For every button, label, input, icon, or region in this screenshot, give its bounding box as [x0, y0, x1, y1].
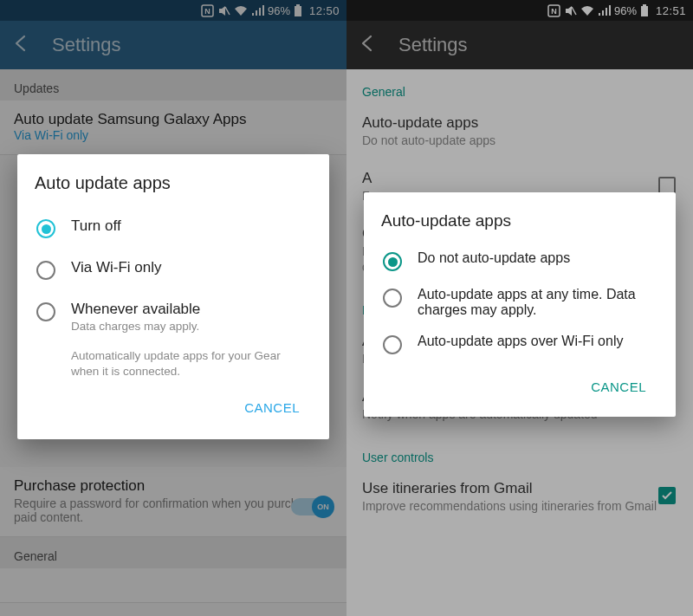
radio-label: Do not auto-update apps [418, 250, 570, 266]
radio-option-do-not-auto-update[interactable]: Do not auto-update apps [381, 243, 658, 279]
radio-sublabel: Data charges may apply. [71, 320, 200, 333]
radio-option-whenever-available[interactable]: Whenever available Data charges may appl… [35, 290, 312, 343]
dialog-actions: CANCEL [381, 362, 658, 410]
radio-icon [383, 335, 402, 354]
radio-label: Auto-update apps over Wi-Fi only [418, 334, 623, 349]
radio-label: Whenever available [71, 301, 200, 318]
dialog-hint: Automatically update apps for your Gear … [35, 343, 312, 383]
dialog-auto-update-apps: Auto update apps Turn off Via Wi-Fi only… [17, 154, 329, 439]
radio-option-any-time[interactable]: Auto-update apps at any time. Data charg… [381, 279, 658, 326]
radio-option-wifi-only[interactable]: Auto-update apps over Wi-Fi only [381, 326, 658, 362]
radio-icon [383, 289, 402, 308]
cancel-button[interactable]: CANCEL [584, 371, 653, 403]
dialog-title: Auto-update apps [381, 211, 658, 230]
dialog-actions: CANCEL [35, 383, 312, 431]
phone-left-screenshot: N 96% 12:50 Settings Updates Auto update… [0, 0, 346, 616]
cancel-button[interactable]: CANCEL [237, 392, 307, 424]
dialog-auto-update-apps: Auto-update apps Do not auto-update apps… [364, 192, 676, 417]
dialog-title: Auto update apps [35, 173, 312, 193]
radio-icon [36, 219, 55, 238]
radio-option-turn-off[interactable]: Turn off [35, 207, 312, 249]
radio-icon [36, 261, 55, 280]
radio-icon [383, 252, 402, 271]
radio-option-wifi-only[interactable]: Via Wi-Fi only [35, 249, 312, 290]
radio-label: Auto-update apps at any time. Data charg… [418, 287, 657, 318]
phone-right-screenshot: N 96% 12:51 Settings General Auto-update… [346, 0, 693, 616]
radio-label: Via Wi-Fi only [71, 259, 162, 276]
radio-icon [36, 302, 55, 321]
radio-label: Turn off [71, 217, 121, 235]
